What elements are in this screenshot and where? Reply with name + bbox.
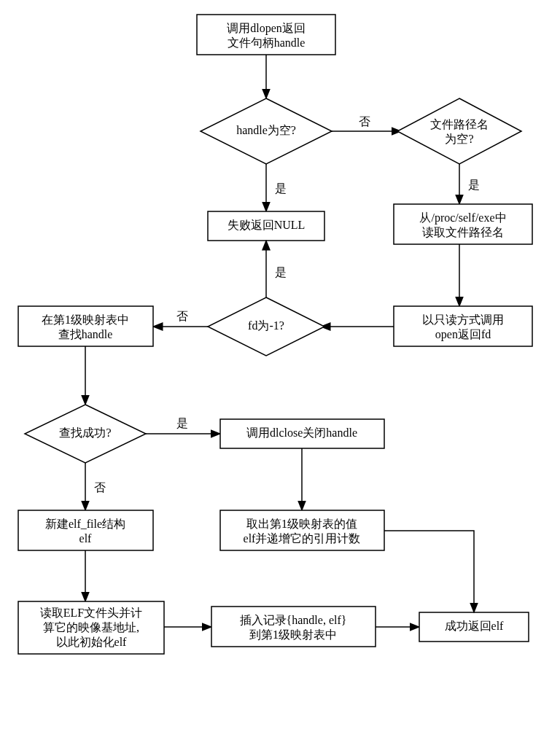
node-dlopen-text2: 文件句柄handle: [228, 36, 306, 49]
node-return-elf-text: 成功返回elf: [445, 620, 505, 632]
node-read-proc-text1: 从/proc/self/exe中: [419, 211, 506, 225]
node-lookup-handle-text2: 查找handle: [58, 328, 113, 340]
node-dlclose-text: 调用dlclose关闭handle: [246, 426, 357, 439]
node-incr-ref-text1: 取出第1级映射表的值: [246, 518, 357, 530]
edge-d2-yes: 是: [468, 179, 480, 191]
decision-path-null-text2: 为空?: [445, 133, 473, 145]
node-new-elf-text1: 新建elf_file结构: [45, 518, 125, 530]
node-insert-record-text1: 插入记录{handle, elf}: [240, 614, 347, 626]
edge-d4-yes: 是: [176, 417, 188, 429]
edge-d1-yes: 是: [275, 182, 287, 195]
node-insert-record: [211, 607, 376, 647]
node-open-fd: [394, 306, 532, 346]
decision-path-null: [397, 98, 521, 164]
decision-path-null-text1: 文件路径名: [430, 118, 489, 130]
edge-d3-yes: 是: [275, 266, 287, 278]
edge-d3-no: 否: [176, 310, 188, 322]
node-read-elf-header-text1: 读取ELF文件头并计: [40, 607, 142, 619]
node-new-elf-text2: elf: [79, 532, 93, 545]
node-read-elf-header-text3: 以此初始化elf: [56, 636, 128, 648]
node-open-fd-text2: open返回fd: [435, 328, 491, 341]
edge-d4-no: 否: [94, 481, 106, 494]
decision-lookup-ok-text: 查找成功?: [59, 426, 111, 439]
edge-d1-no: 否: [359, 115, 370, 128]
node-new-elf: [18, 510, 153, 550]
node-dlopen: [197, 15, 335, 55]
node-dlopen-text1: 调用dlopen返回: [227, 22, 306, 35]
node-insert-record-text2: 到第1级映射表中: [249, 628, 337, 641]
node-return-null-text: 失败返回NULL: [228, 219, 306, 231]
node-lookup-handle-text1: 在第1级映射表中: [42, 313, 129, 326]
flowchart-diagram: 调用dlopen返回 文件句柄handle handle为空? 否 文件路径名 …: [0, 0, 560, 729]
decision-handle-null-text: handle为空?: [236, 124, 296, 136]
node-open-fd-text1: 以只读方式调用: [422, 313, 504, 326]
node-read-proc: [394, 204, 532, 244]
arrow-n7-n11: [384, 531, 474, 612]
node-incr-ref-text2: elf并递增它的引用计数: [244, 532, 361, 545]
node-read-proc-text2: 读取文件路径名: [422, 226, 504, 238]
decision-fd-neg1-text: fd为-1?: [248, 319, 284, 332]
node-incr-ref: [220, 510, 384, 550]
node-lookup-handle: [18, 306, 153, 346]
node-read-elf-header-text2: 算它的映像基地址,: [43, 621, 139, 634]
